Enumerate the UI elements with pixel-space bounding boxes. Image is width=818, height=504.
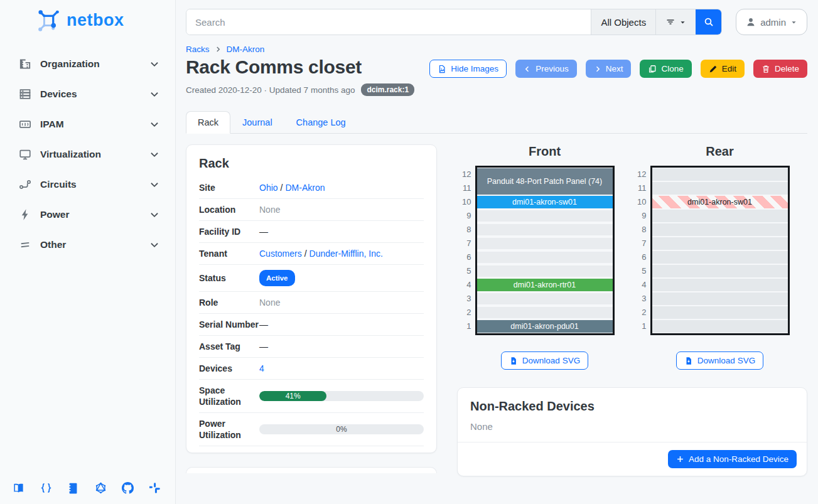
chevron-down-icon xyxy=(149,119,160,130)
rack-slot-empty-u2[interactable] xyxy=(477,306,613,319)
front-download-svg-button[interactable]: Download SVG xyxy=(501,351,588,370)
site-link[interactable]: DM-Akron xyxy=(285,183,325,193)
chevron-right-icon xyxy=(594,65,601,73)
user-menu[interactable]: admin xyxy=(736,9,807,35)
unit-number: 9 xyxy=(456,209,471,223)
rack-slot-empty-u12[interactable] xyxy=(652,168,788,181)
unit-number: 1 xyxy=(632,319,647,333)
rack-device-dmi01-akron-pdu01[interactable]: dmi01-akron-pdu01 xyxy=(477,319,613,333)
person-icon xyxy=(746,17,756,27)
slack-icon[interactable] xyxy=(149,482,161,494)
sidebar-item-power[interactable]: Power xyxy=(0,200,175,230)
rack-slot-empty-u7[interactable] xyxy=(652,237,788,250)
breadcrumb-site-link[interactable]: DM-Akron xyxy=(227,45,265,54)
unit-number: 5 xyxy=(632,264,647,278)
sidebar-item-circuits[interactable]: Circuits xyxy=(0,169,175,200)
unit-number: 3 xyxy=(632,292,647,306)
edit-button[interactable]: Edit xyxy=(701,60,745,78)
sidebar-item-label: Other xyxy=(40,239,66,250)
space-utilization-bar-fill: 41% xyxy=(259,391,326,401)
sidebar-item-label: Organization xyxy=(40,58,100,70)
rack-slot-empty-u6[interactable] xyxy=(652,250,788,264)
netbox-logo-icon xyxy=(36,8,63,33)
row-location: Location None xyxy=(199,199,424,221)
rack-device-Panduit 48-Port Patch Panel (74)[interactable]: Panduit 48-Port Patch Panel (74) xyxy=(477,168,613,195)
sidebar-item-organization[interactable]: Organization xyxy=(0,49,175,79)
plus-icon xyxy=(676,455,684,463)
tenant-group-link[interactable]: Customers xyxy=(259,249,302,259)
rack-slot-empty-u5[interactable] xyxy=(652,264,788,278)
previous-button[interactable]: Previous xyxy=(515,60,577,78)
rack-slot-empty-u8[interactable] xyxy=(477,223,613,237)
trash-icon xyxy=(761,65,770,73)
tabs: Rack Journal Change Log xyxy=(186,111,807,134)
front-elevation-title: Front xyxy=(529,144,561,159)
row-serial-number: Serial Number — xyxy=(199,314,424,336)
search-input[interactable] xyxy=(186,9,591,35)
rack-slot-empty-u5[interactable] xyxy=(477,264,613,278)
rack-slot-empty-u1[interactable] xyxy=(652,319,788,333)
clone-button[interactable]: Clone xyxy=(640,60,691,78)
pencil-icon xyxy=(709,65,718,73)
netbox-logo[interactable]: netbox xyxy=(36,8,124,33)
tab-rack[interactable]: Rack xyxy=(186,111,230,134)
rest-api-braces-icon[interactable] xyxy=(40,482,52,494)
search-scope-select[interactable]: All Objects xyxy=(591,9,655,35)
rack-panel-title: Rack xyxy=(186,145,436,177)
caret-down-icon xyxy=(790,19,797,26)
graphql-icon[interactable] xyxy=(95,482,107,494)
rack-slot-empty-u6[interactable] xyxy=(477,250,613,264)
unit-number: 6 xyxy=(632,250,647,264)
unit-number: 4 xyxy=(456,278,471,292)
main-content: All Objects admin Racks DM-Akron Rack Co… xyxy=(176,0,818,504)
search-submit-button[interactable] xyxy=(696,9,721,35)
unit-number: 8 xyxy=(456,223,471,237)
rack-slot-empty-u2[interactable] xyxy=(652,306,788,319)
devices-count-link[interactable]: 4 xyxy=(259,363,264,373)
unit-number: 3 xyxy=(456,292,471,306)
rear-download-svg-button[interactable]: Download SVG xyxy=(676,351,763,370)
breadcrumb-racks-link[interactable]: Racks xyxy=(186,45,210,54)
unit-number: 6 xyxy=(456,250,471,264)
search-filter-dropdown[interactable] xyxy=(655,9,696,35)
rack-slot-empty-u3[interactable] xyxy=(652,292,788,306)
docs-book-icon[interactable] xyxy=(13,482,24,494)
add-non-racked-device-button[interactable]: Add a Non-Racked Device xyxy=(668,450,797,468)
hide-images-button[interactable]: Hide Images xyxy=(429,60,507,78)
rack-device-dmi01-akron-rtr01[interactable]: dmi01-akron-rtr01 xyxy=(477,278,613,292)
api-journal-icon[interactable] xyxy=(67,482,79,494)
rack-slot-empty-u9[interactable] xyxy=(477,209,613,223)
rack-slot-empty-u9[interactable] xyxy=(652,209,788,223)
row-asset-tag: Asset Tag — xyxy=(199,336,424,358)
chevron-down-icon xyxy=(149,149,160,160)
unit-number: 11 xyxy=(456,181,471,195)
topbar: All Objects admin xyxy=(186,9,807,35)
tenant-link[interactable]: Dunder-Mifflin, Inc. xyxy=(309,249,383,259)
building-icon xyxy=(19,58,31,70)
row-tenant: Tenant Customers/Dunder-Mifflin, Inc. xyxy=(199,243,424,265)
row-site: Site Ohio/DM-Akron xyxy=(199,177,424,199)
next-button[interactable]: Next xyxy=(586,60,632,78)
tab-change-log[interactable]: Change Log xyxy=(284,111,358,134)
monitor-icon xyxy=(19,148,31,161)
chevron-down-icon xyxy=(149,58,160,70)
sidebar-item-ipam[interactable]: IPAM xyxy=(0,109,175,139)
rack-slot-empty-u4[interactable] xyxy=(652,278,788,292)
sidebar-item-virtualization[interactable]: Virtualization xyxy=(0,139,175,169)
rack-slot-empty-u11[interactable] xyxy=(652,181,788,195)
rear-elevation: Rear 121110987654321 dmi01-akron-sw01 Do… xyxy=(632,144,807,370)
sidebar-item-other[interactable]: Other xyxy=(0,230,175,260)
rack-device-dmi01-akron-sw01[interactable]: dmi01-akron-sw01 xyxy=(477,195,613,209)
site-group-link[interactable]: Ohio xyxy=(259,183,278,193)
rack-slot-empty-u8[interactable] xyxy=(652,223,788,237)
sidebar-item-label: Power xyxy=(40,209,70,220)
tab-journal[interactable]: Journal xyxy=(230,111,284,134)
github-icon[interactable] xyxy=(122,482,134,494)
chevron-down-icon xyxy=(149,179,160,190)
rack-slot-empty-u7[interactable] xyxy=(477,237,613,250)
rack-device-rear-dmi01-akron-sw01[interactable]: dmi01-akron-sw01 xyxy=(652,195,788,209)
delete-button[interactable]: Delete xyxy=(753,60,807,78)
front-rack-diagram: Panduit 48-Port Patch Panel (74)dmi01-ak… xyxy=(475,166,615,335)
rack-slot-empty-u3[interactable] xyxy=(477,292,613,306)
sidebar-item-devices[interactable]: Devices xyxy=(0,79,175,109)
